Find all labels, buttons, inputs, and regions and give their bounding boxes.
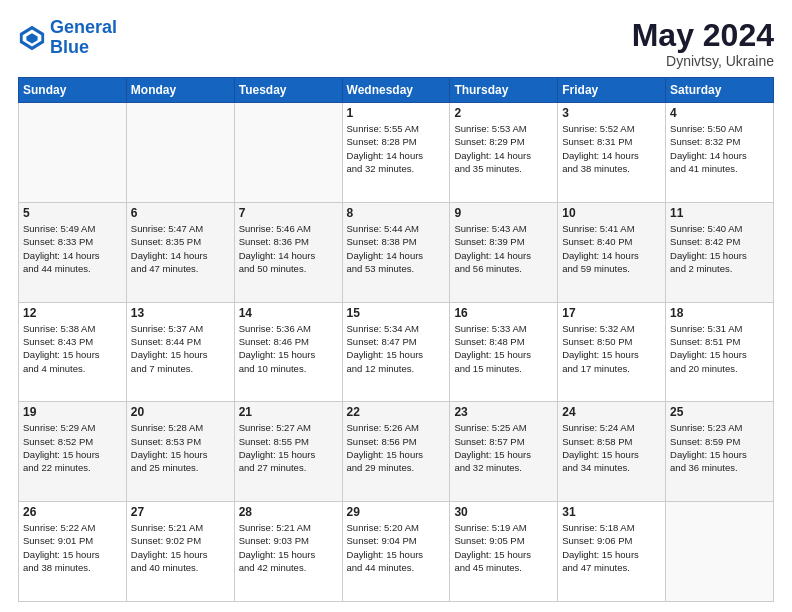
day-number: 15 bbox=[347, 306, 446, 320]
logo: General Blue bbox=[18, 18, 117, 58]
day-info: Sunrise: 5:22 AM Sunset: 9:01 PM Dayligh… bbox=[23, 521, 122, 574]
calendar-cell: 26Sunrise: 5:22 AM Sunset: 9:01 PM Dayli… bbox=[19, 502, 127, 602]
calendar-cell: 6Sunrise: 5:47 AM Sunset: 8:35 PM Daylig… bbox=[126, 202, 234, 302]
day-number: 12 bbox=[23, 306, 122, 320]
day-number: 5 bbox=[23, 206, 122, 220]
day-info: Sunrise: 5:29 AM Sunset: 8:52 PM Dayligh… bbox=[23, 421, 122, 474]
day-info: Sunrise: 5:19 AM Sunset: 9:05 PM Dayligh… bbox=[454, 521, 553, 574]
day-info: Sunrise: 5:32 AM Sunset: 8:50 PM Dayligh… bbox=[562, 322, 661, 375]
calendar-cell: 28Sunrise: 5:21 AM Sunset: 9:03 PM Dayli… bbox=[234, 502, 342, 602]
day-info: Sunrise: 5:18 AM Sunset: 9:06 PM Dayligh… bbox=[562, 521, 661, 574]
day-info: Sunrise: 5:46 AM Sunset: 8:36 PM Dayligh… bbox=[239, 222, 338, 275]
calendar-cell: 2Sunrise: 5:53 AM Sunset: 8:29 PM Daylig… bbox=[450, 103, 558, 203]
calendar-cell: 22Sunrise: 5:26 AM Sunset: 8:56 PM Dayli… bbox=[342, 402, 450, 502]
day-number: 14 bbox=[239, 306, 338, 320]
day-header-wednesday: Wednesday bbox=[342, 78, 450, 103]
title-block: May 2024 Dynivtsy, Ukraine bbox=[632, 18, 774, 69]
day-number: 10 bbox=[562, 206, 661, 220]
day-number: 23 bbox=[454, 405, 553, 419]
day-header-monday: Monday bbox=[126, 78, 234, 103]
day-number: 7 bbox=[239, 206, 338, 220]
calendar-table: SundayMondayTuesdayWednesdayThursdayFrid… bbox=[18, 77, 774, 602]
day-number: 21 bbox=[239, 405, 338, 419]
calendar-cell: 7Sunrise: 5:46 AM Sunset: 8:36 PM Daylig… bbox=[234, 202, 342, 302]
calendar-cell: 5Sunrise: 5:49 AM Sunset: 8:33 PM Daylig… bbox=[19, 202, 127, 302]
calendar-cell bbox=[126, 103, 234, 203]
day-header-tuesday: Tuesday bbox=[234, 78, 342, 103]
calendar-cell: 11Sunrise: 5:40 AM Sunset: 8:42 PM Dayli… bbox=[666, 202, 774, 302]
calendar-week-2: 5Sunrise: 5:49 AM Sunset: 8:33 PM Daylig… bbox=[19, 202, 774, 302]
calendar-cell: 10Sunrise: 5:41 AM Sunset: 8:40 PM Dayli… bbox=[558, 202, 666, 302]
calendar-cell: 14Sunrise: 5:36 AM Sunset: 8:46 PM Dayli… bbox=[234, 302, 342, 402]
subtitle: Dynivtsy, Ukraine bbox=[632, 53, 774, 69]
calendar-cell: 13Sunrise: 5:37 AM Sunset: 8:44 PM Dayli… bbox=[126, 302, 234, 402]
calendar-week-3: 12Sunrise: 5:38 AM Sunset: 8:43 PM Dayli… bbox=[19, 302, 774, 402]
day-number: 17 bbox=[562, 306, 661, 320]
calendar-cell: 3Sunrise: 5:52 AM Sunset: 8:31 PM Daylig… bbox=[558, 103, 666, 203]
calendar-cell: 8Sunrise: 5:44 AM Sunset: 8:38 PM Daylig… bbox=[342, 202, 450, 302]
day-info: Sunrise: 5:52 AM Sunset: 8:31 PM Dayligh… bbox=[562, 122, 661, 175]
day-info: Sunrise: 5:43 AM Sunset: 8:39 PM Dayligh… bbox=[454, 222, 553, 275]
day-number: 27 bbox=[131, 505, 230, 519]
day-number: 9 bbox=[454, 206, 553, 220]
day-info: Sunrise: 5:27 AM Sunset: 8:55 PM Dayligh… bbox=[239, 421, 338, 474]
logo-line1: General bbox=[50, 17, 117, 37]
day-number: 11 bbox=[670, 206, 769, 220]
day-header-saturday: Saturday bbox=[666, 78, 774, 103]
day-info: Sunrise: 5:23 AM Sunset: 8:59 PM Dayligh… bbox=[670, 421, 769, 474]
calendar-cell: 24Sunrise: 5:24 AM Sunset: 8:58 PM Dayli… bbox=[558, 402, 666, 502]
calendar-cell: 18Sunrise: 5:31 AM Sunset: 8:51 PM Dayli… bbox=[666, 302, 774, 402]
calendar-cell: 20Sunrise: 5:28 AM Sunset: 8:53 PM Dayli… bbox=[126, 402, 234, 502]
day-header-sunday: Sunday bbox=[19, 78, 127, 103]
calendar-cell: 30Sunrise: 5:19 AM Sunset: 9:05 PM Dayli… bbox=[450, 502, 558, 602]
day-info: Sunrise: 5:20 AM Sunset: 9:04 PM Dayligh… bbox=[347, 521, 446, 574]
day-info: Sunrise: 5:36 AM Sunset: 8:46 PM Dayligh… bbox=[239, 322, 338, 375]
day-number: 22 bbox=[347, 405, 446, 419]
day-info: Sunrise: 5:40 AM Sunset: 8:42 PM Dayligh… bbox=[670, 222, 769, 275]
calendar-cell: 17Sunrise: 5:32 AM Sunset: 8:50 PM Dayli… bbox=[558, 302, 666, 402]
day-number: 6 bbox=[131, 206, 230, 220]
calendar-cell bbox=[666, 502, 774, 602]
day-info: Sunrise: 5:53 AM Sunset: 8:29 PM Dayligh… bbox=[454, 122, 553, 175]
logo-icon bbox=[18, 24, 46, 52]
day-info: Sunrise: 5:41 AM Sunset: 8:40 PM Dayligh… bbox=[562, 222, 661, 275]
day-info: Sunrise: 5:44 AM Sunset: 8:38 PM Dayligh… bbox=[347, 222, 446, 275]
day-info: Sunrise: 5:28 AM Sunset: 8:53 PM Dayligh… bbox=[131, 421, 230, 474]
calendar-cell: 1Sunrise: 5:55 AM Sunset: 8:28 PM Daylig… bbox=[342, 103, 450, 203]
day-number: 20 bbox=[131, 405, 230, 419]
day-info: Sunrise: 5:47 AM Sunset: 8:35 PM Dayligh… bbox=[131, 222, 230, 275]
calendar-cell: 9Sunrise: 5:43 AM Sunset: 8:39 PM Daylig… bbox=[450, 202, 558, 302]
day-info: Sunrise: 5:21 AM Sunset: 9:03 PM Dayligh… bbox=[239, 521, 338, 574]
calendar-cell: 4Sunrise: 5:50 AM Sunset: 8:32 PM Daylig… bbox=[666, 103, 774, 203]
calendar-cell: 27Sunrise: 5:21 AM Sunset: 9:02 PM Dayli… bbox=[126, 502, 234, 602]
calendar-week-4: 19Sunrise: 5:29 AM Sunset: 8:52 PM Dayli… bbox=[19, 402, 774, 502]
calendar-header-row: SundayMondayTuesdayWednesdayThursdayFrid… bbox=[19, 78, 774, 103]
day-number: 29 bbox=[347, 505, 446, 519]
header: General Blue May 2024 Dynivtsy, Ukraine bbox=[18, 18, 774, 69]
day-number: 2 bbox=[454, 106, 553, 120]
day-info: Sunrise: 5:31 AM Sunset: 8:51 PM Dayligh… bbox=[670, 322, 769, 375]
logo-line2: Blue bbox=[50, 37, 89, 57]
calendar-cell: 25Sunrise: 5:23 AM Sunset: 8:59 PM Dayli… bbox=[666, 402, 774, 502]
day-header-thursday: Thursday bbox=[450, 78, 558, 103]
day-info: Sunrise: 5:24 AM Sunset: 8:58 PM Dayligh… bbox=[562, 421, 661, 474]
main-title: May 2024 bbox=[632, 18, 774, 53]
day-number: 3 bbox=[562, 106, 661, 120]
calendar-cell: 29Sunrise: 5:20 AM Sunset: 9:04 PM Dayli… bbox=[342, 502, 450, 602]
day-info: Sunrise: 5:26 AM Sunset: 8:56 PM Dayligh… bbox=[347, 421, 446, 474]
day-info: Sunrise: 5:55 AM Sunset: 8:28 PM Dayligh… bbox=[347, 122, 446, 175]
day-number: 13 bbox=[131, 306, 230, 320]
day-number: 31 bbox=[562, 505, 661, 519]
day-number: 4 bbox=[670, 106, 769, 120]
day-number: 8 bbox=[347, 206, 446, 220]
day-info: Sunrise: 5:50 AM Sunset: 8:32 PM Dayligh… bbox=[670, 122, 769, 175]
logo-text: General Blue bbox=[50, 18, 117, 58]
calendar-cell: 23Sunrise: 5:25 AM Sunset: 8:57 PM Dayli… bbox=[450, 402, 558, 502]
day-number: 16 bbox=[454, 306, 553, 320]
day-info: Sunrise: 5:37 AM Sunset: 8:44 PM Dayligh… bbox=[131, 322, 230, 375]
calendar-cell bbox=[234, 103, 342, 203]
day-info: Sunrise: 5:34 AM Sunset: 8:47 PM Dayligh… bbox=[347, 322, 446, 375]
day-number: 18 bbox=[670, 306, 769, 320]
day-info: Sunrise: 5:21 AM Sunset: 9:02 PM Dayligh… bbox=[131, 521, 230, 574]
calendar-cell: 15Sunrise: 5:34 AM Sunset: 8:47 PM Dayli… bbox=[342, 302, 450, 402]
